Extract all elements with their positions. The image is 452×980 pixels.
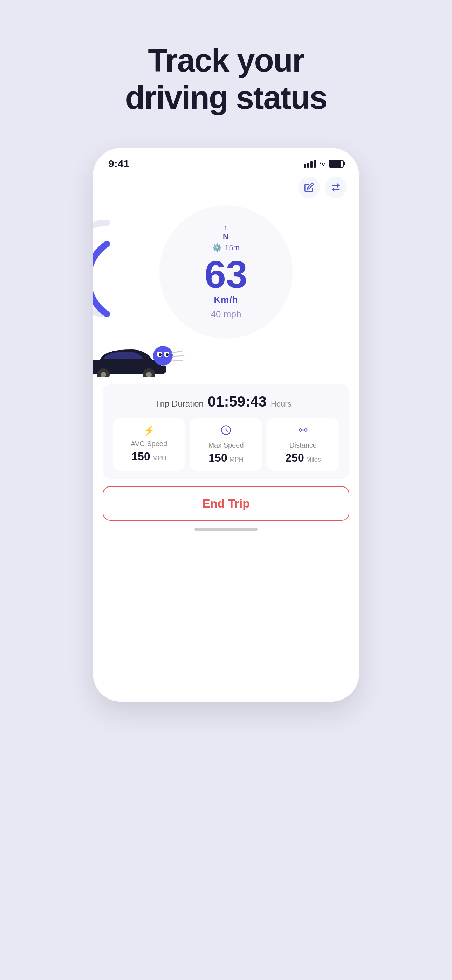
trip-duration-unit: Hours [271,399,291,409]
speed-arc [93,216,114,321]
trip-card: Trip Duration 01:59:43 Hours ⚡ AVG Speed… [103,384,349,479]
stats-row: ⚡ AVG Speed 150 MPH Max Speed [113,418,339,471]
distance-icon [298,425,308,438]
svg-line-12 [173,356,184,356]
max-speed-icon [221,425,231,438]
trip-duration-value: 01:59:43 [208,393,267,410]
svg-point-6 [153,346,173,366]
trip-duration-row: Trip Duration 01:59:43 Hours [155,393,339,410]
speed-value: 63 [205,255,247,294]
speed-unit: Km/h [214,294,238,305]
svg-point-4 [146,372,152,377]
avg-speed-unit: MPH [153,455,166,462]
max-speed-label: Max Speed [208,441,244,449]
svg-point-2 [100,372,106,377]
route-button[interactable] [325,177,347,198]
speedometer-container: ↑ N ⚙️ 15m 63 Km/h 40 mph [93,198,359,339]
edit-button[interactable] [298,177,320,198]
status-time: 9:41 [108,158,129,170]
compass-arrow-icon: ↑ [224,224,228,231]
car-illustration [93,346,188,384]
distance-label: Distance [290,441,317,449]
stat-max-speed: Max Speed 150 MPH [190,418,262,471]
svg-line-13 [172,360,182,361]
end-trip-label: End Trip [202,497,250,510]
svg-point-9 [159,353,162,356]
speed-limit-badge: ⚙️ 15m [212,243,240,252]
phone-frame: 9:41 ∿ [93,148,359,702]
speed-mph: 40 mph [211,309,242,320]
svg-point-10 [166,353,169,356]
stat-avg-speed: ⚡ AVG Speed 150 MPH [113,418,185,471]
battery-icon [329,160,344,167]
avg-speed-icon: ⚡ [143,425,155,436]
compass-label: ↑ N [223,224,229,241]
car-svg [93,346,188,377]
page-title: Track your driving status [125,42,326,116]
car-area [93,349,359,384]
wifi-icon: ∿ [319,159,326,168]
action-buttons-row [93,173,359,198]
distance-unit: Miles [306,456,321,463]
stat-distance: Distance 250 Miles [267,418,339,471]
end-trip-button[interactable]: End Trip [103,486,349,521]
svg-line-11 [172,351,182,353]
status-bar: 9:41 ∿ [93,148,359,173]
avg-speed-value: 150 [131,450,150,463]
max-speed-value: 150 [208,452,227,465]
distance-value: 250 [285,452,304,465]
speed-limit-icon: ⚙️ [212,243,222,252]
avg-speed-label: AVG Speed [131,440,167,448]
home-indicator [194,528,258,531]
max-speed-unit: MPH [229,456,244,463]
speedometer-circle: ↑ N ⚙️ 15m 63 Km/h 40 mph [159,205,293,339]
signal-bars-icon [304,160,316,167]
trip-duration-label: Trip Duration [155,399,204,409]
status-icons: ∿ [304,159,344,168]
